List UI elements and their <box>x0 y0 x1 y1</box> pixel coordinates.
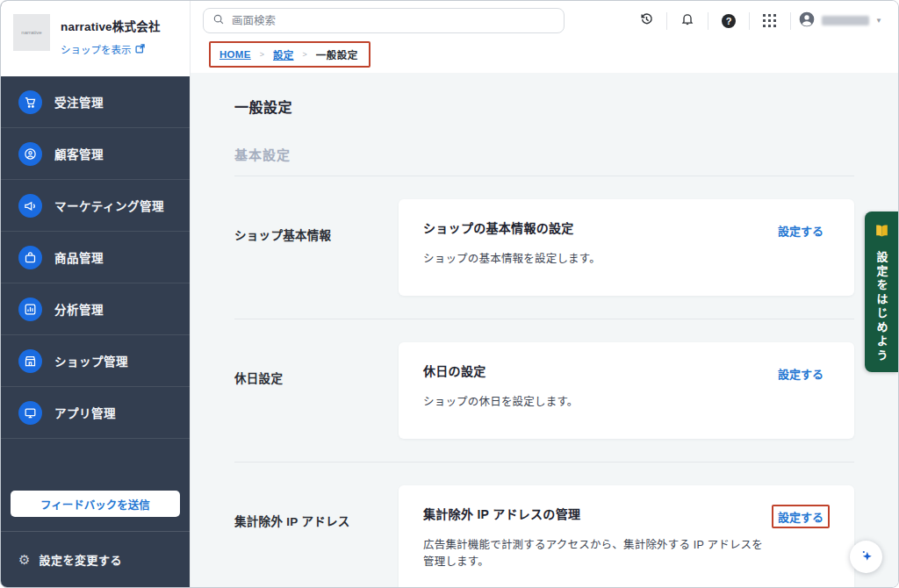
section-title: 基本設定 <box>234 145 854 163</box>
setting-card: 休日の設定 ショップの休日を設定します。 設定する <box>399 342 854 439</box>
configure-link[interactable]: 設定する <box>772 219 830 242</box>
divider <box>790 12 791 30</box>
breadcrumb-separator: > <box>260 50 264 59</box>
sidebar-spacer <box>1 439 190 491</box>
sidebar-nav: 受注管理 顧客管理 マーケティング管理 <box>1 76 190 587</box>
product-bag-icon <box>18 246 42 269</box>
company-logo: narrative <box>13 14 50 51</box>
content-area: 一般設定 基本設定 ショップ基本情報 ショップの基本情報の設定 ショップの基本情… <box>191 73 898 587</box>
setting-card: ショップの基本情報の設定 ショップの基本情報を設定します。 設定する <box>399 199 854 296</box>
user-menu[interactable]: ▼ <box>798 11 886 32</box>
setting-label: ショップ基本情報 <box>234 199 399 243</box>
divider <box>666 12 667 30</box>
guide-book-icon <box>874 224 890 242</box>
view-shop-link[interactable]: ショップを表示 <box>61 42 161 56</box>
configure-link-highlighted[interactable]: 設定する <box>772 505 830 528</box>
view-shop-label: ショップを表示 <box>61 42 132 56</box>
change-settings-label: 設定を変更する <box>39 551 122 568</box>
main-column: ? <box>190 1 898 587</box>
apps-grid-button[interactable] <box>757 11 783 32</box>
breadcrumb-current: 一般設定 <box>316 47 358 61</box>
setup-guide-label: 設定をはじめよう <box>874 251 890 363</box>
setting-label: 集計除外 IP アドレス <box>234 485 399 529</box>
card-description: ショップの基本情報を設定します。 <box>423 249 772 266</box>
breadcrumb-separator: > <box>303 50 307 59</box>
card-title: 集計除外 IP アドレスの管理 <box>423 505 772 522</box>
setting-row-excluded-ip: 集計除外 IP アドレス 集計除外 IP アドレスの管理 広告集計機能で計測する… <box>234 463 854 587</box>
help-icon: ? <box>722 14 736 28</box>
company-name: narrative株式会社 <box>61 17 161 34</box>
send-feedback-button[interactable]: フィードバックを送信 <box>11 491 180 517</box>
help-button[interactable]: ? <box>716 11 742 32</box>
user-name-blurred <box>822 16 869 25</box>
sidebar-item-label: アプリ管理 <box>54 404 116 421</box>
breadcrumb: HOME > 設定 > 一般設定 <box>209 41 370 68</box>
analytics-chart-icon <box>18 298 42 321</box>
topbar: ? <box>191 1 898 73</box>
sidebar-item-shop[interactable]: ショップ管理 <box>1 335 190 387</box>
card-description: 広告集計機能で計測するアクセスから、集計除外する IP アドレスを管理します。 <box>423 535 772 569</box>
setting-row-holiday: 休日設定 休日の設定 ショップの休日を設定します。 設定する <box>234 319 854 462</box>
sparkle-icon <box>858 547 875 568</box>
search-input[interactable] <box>232 15 555 27</box>
external-link-icon <box>135 44 145 55</box>
divider <box>708 12 708 30</box>
bell-icon <box>680 11 694 30</box>
order-cart-icon <box>18 90 42 114</box>
sidebar-item-label: 商品管理 <box>54 248 104 266</box>
breadcrumb-settings-link[interactable]: 設定 <box>273 47 294 61</box>
apps-grid-icon <box>763 14 777 28</box>
setting-label: 休日設定 <box>234 342 399 386</box>
setup-guide-tab[interactable]: 設定をはじめよう <box>865 212 898 372</box>
marketing-megaphone-icon <box>18 194 42 218</box>
sidebar-item-label: マーケティング管理 <box>54 197 164 214</box>
configure-link[interactable]: 設定する <box>772 362 830 385</box>
notifications-button[interactable] <box>674 11 701 32</box>
page-title: 一般設定 <box>234 96 854 117</box>
card-description: ショップの休日を設定します。 <box>423 392 772 409</box>
history-button[interactable] <box>633 11 659 32</box>
change-settings-item[interactable]: ⚙ 設定を変更する <box>1 531 190 587</box>
shop-storefront-icon <box>18 349 42 373</box>
sidebar-header: narrative narrative株式会社 ショップを表示 <box>1 1 190 76</box>
screen-search <box>203 8 565 33</box>
sidebar-item-analytics[interactable]: 分析管理 <box>1 283 190 335</box>
breadcrumb-home-link[interactable]: HOME <box>219 49 251 60</box>
setting-card: 集計除外 IP アドレスの管理 広告集計機能で計測するアクセスから、集計除外する… <box>399 485 854 587</box>
sidebar: narrative narrative株式会社 ショップを表示 <box>1 1 190 587</box>
sidebar-item-products[interactable]: 商品管理 <box>1 232 190 283</box>
chevron-down-icon: ▼ <box>875 17 882 25</box>
search-icon <box>212 13 225 29</box>
card-title: 休日の設定 <box>423 362 772 379</box>
app-window: narrative narrative株式会社 ショップを表示 <box>0 0 899 588</box>
customer-icon <box>18 142 42 166</box>
history-icon <box>639 11 654 30</box>
sidebar-item-label: 分析管理 <box>54 300 104 318</box>
sidebar-item-apps[interactable]: アプリ管理 <box>1 387 190 439</box>
avatar-icon <box>798 11 816 32</box>
app-monitor-icon <box>18 401 42 425</box>
sidebar-item-marketing[interactable]: マーケティング管理 <box>1 180 190 232</box>
setting-row-shop-basic-info: ショップ基本情報 ショップの基本情報の設定 ショップの基本情報を設定します。 設… <box>234 176 854 319</box>
sidebar-item-label: ショップ管理 <box>54 352 128 369</box>
sidebar-item-label: 受注管理 <box>54 93 104 111</box>
sidebar-item-label: 顧客管理 <box>54 145 104 162</box>
gear-icon: ⚙ <box>18 553 30 566</box>
sidebar-item-orders[interactable]: 受注管理 <box>1 76 190 128</box>
sidebar-item-customers[interactable]: 顧客管理 <box>1 128 190 180</box>
topbar-icons: ? <box>633 11 886 32</box>
divider <box>749 12 750 30</box>
ai-assistant-button[interactable] <box>850 541 882 573</box>
card-title: ショップの基本情報の設定 <box>423 219 772 236</box>
